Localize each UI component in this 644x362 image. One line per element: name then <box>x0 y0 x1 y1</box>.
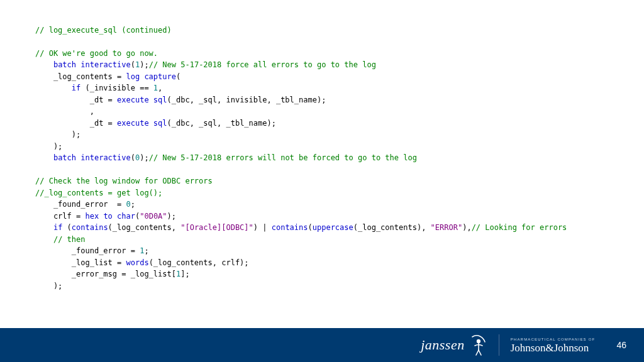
code-line: if (_invisible == 1, <box>35 84 162 92</box>
code-line: batch interactive(1);// New 5-17-2018 fo… <box>35 60 376 69</box>
code-line: _dt = execute sql(_dbc, _sql, _tbl_name)… <box>35 119 276 128</box>
page-number: 46 <box>616 340 626 350</box>
code-line: _error_msg = _log_list[1]; <box>35 270 190 278</box>
code-line: _found_error = 0; <box>35 200 135 209</box>
code-line: //_log_contents = get log(); <box>35 189 162 197</box>
slide: // log_execute_sql (continued) // OK we'… <box>0 0 644 362</box>
footer: janssen PHARMACEUTICAL COMPANIES OF John… <box>0 328 644 362</box>
code-line: ); <box>35 130 80 139</box>
footer-divider <box>499 334 499 356</box>
code-line: , <box>35 107 94 116</box>
code-line: // Check the log window for ODBC errors <box>35 177 213 185</box>
code-line: _dt = execute sql(_dbc, _sql, invisible,… <box>35 96 326 104</box>
code-line: _found_error = 1; <box>35 246 149 255</box>
code-line: ); <box>35 142 62 151</box>
code-line: // then <box>35 235 85 244</box>
code-line: // OK we're good to go now. <box>35 49 158 58</box>
janssen-figure-icon <box>469 333 487 357</box>
code-line: crlf = hex to char("0D0A"); <box>35 212 176 221</box>
jnj-tagline: PHARMACEUTICAL COMPANIES OF <box>511 337 596 341</box>
code-line: ); <box>35 282 62 290</box>
janssen-logo: janssen <box>421 333 487 357</box>
code-line: // log_execute_sql (continued) <box>35 26 172 35</box>
code-line: if (contains(_log_contents, "[Oracle][OD… <box>35 223 567 232</box>
code-line: _log_list = words(_log_contents, crlf); <box>35 258 249 267</box>
code-block: // log_execute_sql (continued) // OK we'… <box>35 13 619 304</box>
jnj-script-text: Johnson&Johnson <box>511 343 589 353</box>
jnj-logo: PHARMACEUTICAL COMPANIES OF Johnson&John… <box>511 337 596 353</box>
code-line: batch interactive(0);// New 5-17-2018 er… <box>35 153 417 162</box>
janssen-text: janssen <box>421 337 465 353</box>
code-line: _log_contents = log capture( <box>35 72 180 81</box>
